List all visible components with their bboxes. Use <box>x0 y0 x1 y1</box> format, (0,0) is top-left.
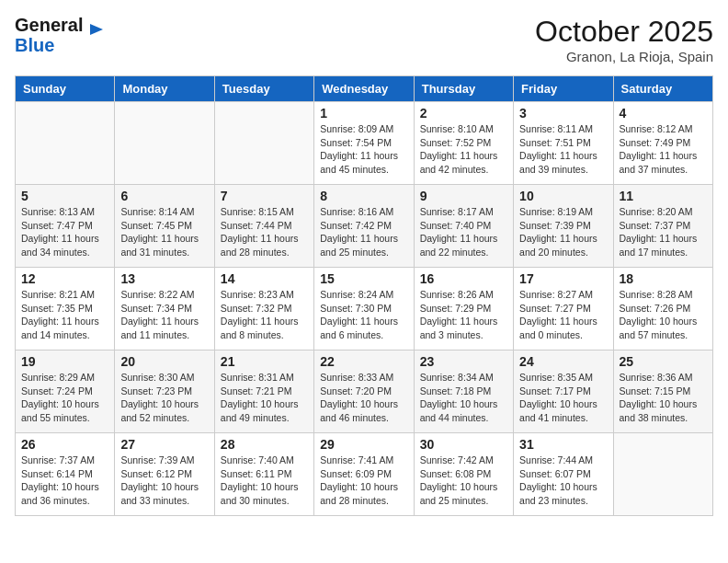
day-info: Sunrise: 8:14 AM Sunset: 7:45 PM Dayligh… <box>120 205 208 259</box>
calendar-cell: 14Sunrise: 8:23 AM Sunset: 7:32 PM Dayli… <box>214 268 313 350</box>
weekday-header-thursday: Thursday <box>414 76 513 102</box>
logo-blue: Blue <box>15 35 54 55</box>
day-number: 14 <box>221 271 308 286</box>
calendar-cell: 19Sunrise: 8:29 AM Sunset: 7:24 PM Dayli… <box>16 350 115 433</box>
calendar-cell: 6Sunrise: 8:14 AM Sunset: 7:45 PM Daylig… <box>115 185 214 268</box>
day-info: Sunrise: 8:36 AM Sunset: 7:15 PM Dayligh… <box>620 371 707 425</box>
weekday-header-saturday: Saturday <box>613 76 712 102</box>
day-info: Sunrise: 8:13 AM Sunset: 7:47 PM Dayligh… <box>21 205 108 259</box>
logo-icon <box>86 20 105 39</box>
day-info: Sunrise: 8:09 AM Sunset: 7:54 PM Dayligh… <box>320 122 407 177</box>
calendar-cell: 18Sunrise: 8:28 AM Sunset: 7:26 PM Dayli… <box>613 268 712 350</box>
day-info: Sunrise: 8:35 AM Sunset: 7:17 PM Dayligh… <box>519 371 607 425</box>
location: Granon, La Rioja, Spain <box>535 49 713 64</box>
calendar-cell <box>16 102 115 185</box>
calendar-table: SundayMondayTuesdayWednesdayThursdayFrid… <box>15 75 713 516</box>
calendar-cell: 4Sunrise: 8:12 AM Sunset: 7:49 PM Daylig… <box>613 102 712 185</box>
calendar-cell: 25Sunrise: 8:36 AM Sunset: 7:15 PM Dayli… <box>613 350 712 433</box>
calendar-cell: 17Sunrise: 8:27 AM Sunset: 7:27 PM Dayli… <box>514 268 613 350</box>
calendar-cell: 28Sunrise: 7:40 AM Sunset: 6:11 PM Dayli… <box>214 433 313 516</box>
calendar-cell: 27Sunrise: 7:39 AM Sunset: 6:12 PM Dayli… <box>115 433 214 516</box>
day-number: 15 <box>320 271 407 286</box>
day-number: 8 <box>320 189 407 203</box>
calendar-cell: 24Sunrise: 8:35 AM Sunset: 7:17 PM Dayli… <box>514 350 613 433</box>
weekday-header-friday: Friday <box>514 76 613 102</box>
calendar-week-2: 5Sunrise: 8:13 AM Sunset: 7:47 PM Daylig… <box>16 185 713 268</box>
day-info: Sunrise: 7:41 AM Sunset: 6:09 PM Dayligh… <box>320 454 407 508</box>
day-info: Sunrise: 8:12 AM Sunset: 7:49 PM Dayligh… <box>620 122 707 177</box>
day-number: 4 <box>620 106 707 121</box>
calendar-cell: 23Sunrise: 8:34 AM Sunset: 7:18 PM Dayli… <box>414 350 513 433</box>
calendar-week-1: 1Sunrise: 8:09 AM Sunset: 7:54 PM Daylig… <box>16 102 713 185</box>
day-info: Sunrise: 7:42 AM Sunset: 6:08 PM Dayligh… <box>420 454 507 508</box>
day-number: 26 <box>21 437 108 452</box>
calendar-cell: 2Sunrise: 8:10 AM Sunset: 7:52 PM Daylig… <box>414 102 513 185</box>
calendar-cell: 20Sunrise: 8:30 AM Sunset: 7:23 PM Dayli… <box>115 350 214 433</box>
day-number: 9 <box>420 189 507 203</box>
day-info: Sunrise: 8:26 AM Sunset: 7:29 PM Dayligh… <box>420 288 507 342</box>
weekday-header-sunday: Sunday <box>16 76 115 102</box>
weekday-header-tuesday: Tuesday <box>214 76 313 102</box>
calendar-cell: 3Sunrise: 8:11 AM Sunset: 7:51 PM Daylig… <box>514 102 613 185</box>
calendar-cell: 16Sunrise: 8:26 AM Sunset: 7:29 PM Dayli… <box>414 268 513 350</box>
day-info: Sunrise: 7:44 AM Sunset: 6:07 PM Dayligh… <box>519 454 607 508</box>
day-info: Sunrise: 8:20 AM Sunset: 7:37 PM Dayligh… <box>620 205 707 259</box>
weekday-header-monday: Monday <box>115 76 214 102</box>
day-info: Sunrise: 8:19 AM Sunset: 7:39 PM Dayligh… <box>519 205 607 259</box>
day-number: 12 <box>21 271 108 286</box>
day-info: Sunrise: 8:22 AM Sunset: 7:34 PM Dayligh… <box>120 288 208 342</box>
day-number: 11 <box>620 189 707 203</box>
calendar-cell: 10Sunrise: 8:19 AM Sunset: 7:39 PM Dayli… <box>514 185 613 268</box>
calendar-cell: 21Sunrise: 8:31 AM Sunset: 7:21 PM Dayli… <box>214 350 313 433</box>
day-number: 5 <box>21 189 108 203</box>
day-info: Sunrise: 8:34 AM Sunset: 7:18 PM Dayligh… <box>420 371 507 425</box>
day-number: 13 <box>120 271 208 286</box>
calendar-cell: 31Sunrise: 7:44 AM Sunset: 6:07 PM Dayli… <box>514 433 613 516</box>
calendar-cell: 26Sunrise: 7:37 AM Sunset: 6:14 PM Dayli… <box>16 433 115 516</box>
calendar-cell: 15Sunrise: 8:24 AM Sunset: 7:30 PM Dayli… <box>314 268 414 350</box>
day-info: Sunrise: 8:30 AM Sunset: 7:23 PM Dayligh… <box>120 371 208 425</box>
day-number: 18 <box>620 271 707 286</box>
day-info: Sunrise: 8:31 AM Sunset: 7:21 PM Dayligh… <box>221 371 308 425</box>
day-info: Sunrise: 8:16 AM Sunset: 7:42 PM Dayligh… <box>320 205 407 259</box>
day-number: 20 <box>120 354 208 369</box>
day-info: Sunrise: 7:40 AM Sunset: 6:11 PM Dayligh… <box>221 454 308 508</box>
day-info: Sunrise: 8:17 AM Sunset: 7:40 PM Dayligh… <box>420 205 507 259</box>
calendar-cell: 9Sunrise: 8:17 AM Sunset: 7:40 PM Daylig… <box>414 185 513 268</box>
calendar-cell <box>115 102 214 185</box>
day-info: Sunrise: 8:28 AM Sunset: 7:26 PM Dayligh… <box>620 288 707 342</box>
weekday-header-row: SundayMondayTuesdayWednesdayThursdayFrid… <box>16 76 713 102</box>
calendar-cell: 12Sunrise: 8:21 AM Sunset: 7:35 PM Dayli… <box>16 268 115 350</box>
day-number: 3 <box>519 106 607 121</box>
weekday-header-wednesday: Wednesday <box>314 76 414 102</box>
day-info: Sunrise: 8:29 AM Sunset: 7:24 PM Dayligh… <box>21 371 108 425</box>
calendar-cell: 30Sunrise: 7:42 AM Sunset: 6:08 PM Dayli… <box>414 433 513 516</box>
day-number: 6 <box>120 189 208 203</box>
day-number: 31 <box>519 437 607 452</box>
day-number: 1 <box>320 106 407 121</box>
calendar-cell <box>613 433 712 516</box>
day-info: Sunrise: 8:24 AM Sunset: 7:30 PM Dayligh… <box>320 288 407 342</box>
title-block: October 2025 Granon, La Rioja, Spain <box>535 15 713 64</box>
day-info: Sunrise: 8:15 AM Sunset: 7:44 PM Dayligh… <box>221 205 308 259</box>
day-info: Sunrise: 8:33 AM Sunset: 7:20 PM Dayligh… <box>320 371 407 425</box>
day-info: Sunrise: 7:37 AM Sunset: 6:14 PM Dayligh… <box>21 454 108 508</box>
day-number: 10 <box>519 189 607 203</box>
day-info: Sunrise: 8:11 AM Sunset: 7:51 PM Dayligh… <box>519 122 607 177</box>
day-number: 16 <box>420 271 507 286</box>
day-number: 23 <box>420 354 507 369</box>
day-number: 22 <box>320 354 407 369</box>
calendar-week-5: 26Sunrise: 7:37 AM Sunset: 6:14 PM Dayli… <box>16 433 713 516</box>
calendar-cell: 11Sunrise: 8:20 AM Sunset: 7:37 PM Dayli… <box>613 185 712 268</box>
calendar-cell: 22Sunrise: 8:33 AM Sunset: 7:20 PM Dayli… <box>314 350 414 433</box>
calendar-week-3: 12Sunrise: 8:21 AM Sunset: 7:35 PM Dayli… <box>16 268 713 350</box>
day-number: 30 <box>420 437 507 452</box>
day-number: 27 <box>120 437 208 452</box>
day-number: 24 <box>519 354 607 369</box>
page-header: General Blue October 2025 Granon, La Rio… <box>15 15 713 64</box>
day-number: 25 <box>620 354 707 369</box>
day-info: Sunrise: 8:10 AM Sunset: 7:52 PM Dayligh… <box>420 122 507 177</box>
day-number: 7 <box>221 189 308 203</box>
calendar-cell <box>214 102 313 185</box>
day-number: 2 <box>420 106 507 121</box>
